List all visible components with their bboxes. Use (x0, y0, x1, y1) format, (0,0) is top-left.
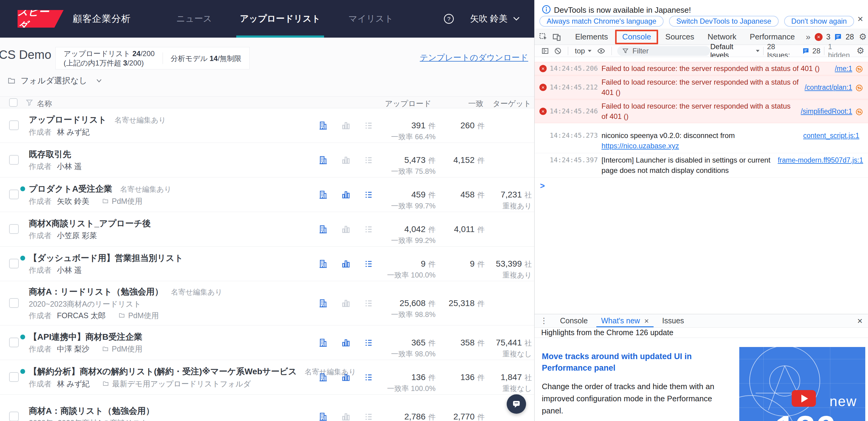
user-menu[interactable]: 矢吹 鈴美 (470, 13, 520, 25)
drawer-tab-whats-new[interactable]: What's new × (594, 314, 656, 327)
row-folder-chip[interactable]: 最新デモ用アップロードリストフォルダ (102, 377, 251, 389)
chart-analysis-icon[interactable] (341, 338, 350, 347)
folder-select[interactable]: フォルダ選択なし (7, 75, 102, 87)
column-header-upload[interactable]: アップロード (385, 99, 431, 109)
network-request-icon[interactable] (855, 84, 863, 92)
settings-gear-icon[interactable]: ⚙ (858, 32, 868, 41)
row-title[interactable]: アップロードリスト (29, 113, 106, 125)
table-row[interactable]: 商材A：リードリスト（勉強会用） 名寄せ編集あり 2020~2023商材Aのリー… (0, 281, 534, 326)
message-source-link[interactable]: /simplifiedRoot:1 (801, 106, 852, 116)
row-title[interactable]: 【解約分析】商材Xの解約リスト(解約・受注)※マーケ系Webサービス (29, 365, 297, 377)
message-count-icon[interactable] (834, 33, 842, 41)
list-view-icon[interactable] (364, 121, 373, 130)
table-row[interactable]: 商材A：商談リスト（勉強会用） 2020年~2023年商材Aの商談リスト 2,7… (0, 395, 534, 421)
console-filter-input[interactable]: Filter (617, 46, 710, 56)
message-source-link[interactable]: /contract/plan:1 (805, 82, 852, 92)
chart-analysis-icon[interactable] (341, 225, 350, 234)
list-view-icon[interactable] (364, 190, 373, 199)
row-checkbox[interactable] (9, 120, 19, 130)
network-request-icon[interactable] (855, 65, 863, 73)
chart-analysis-icon[interactable] (341, 259, 350, 269)
console-message[interactable]: × 14:24:45.212 Failed to load resource: … (534, 76, 868, 99)
list-view-icon[interactable] (364, 156, 373, 165)
device-toolbar-icon[interactable] (552, 32, 561, 41)
row-title[interactable]: 商材A：商談リスト（勉強会用） (29, 405, 154, 417)
row-folder-chip[interactable]: PdM使用 (118, 309, 159, 321)
company-analysis-icon[interactable] (319, 259, 328, 269)
console-message[interactable]: × 14:24:45.246 Failed to load resource: … (534, 100, 868, 123)
clear-console-icon[interactable] (554, 47, 562, 55)
table-row[interactable]: 【ダッシュボード用】営業担当別リスト 作成者 小林 遥 9件 一致率 10 (0, 247, 534, 281)
table-row[interactable]: アップロードリスト 名寄せ編集あり 作成者 林 みず紀 391件 一致率 6 (0, 108, 534, 143)
help-icon[interactable]: ? (443, 13, 454, 24)
message-source-link[interactable]: frame-modern.ff9507d7.js:1 (778, 155, 863, 165)
list-view-icon[interactable] (364, 299, 373, 308)
list-view-icon[interactable] (364, 259, 373, 269)
row-checkbox[interactable] (9, 259, 19, 269)
list-view-icon[interactable] (364, 338, 373, 347)
chart-analysis-icon[interactable] (341, 412, 350, 421)
chart-analysis-icon[interactable] (341, 373, 350, 382)
inspect-element-icon[interactable] (539, 32, 548, 41)
drawer-tab-issues[interactable]: Issues (655, 314, 690, 327)
table-row[interactable]: 【API連携中】商材B受注企業 作成者 中澤 梨沙 PdM使用 (0, 326, 534, 360)
template-download-link[interactable]: テンプレートのダウンロード (420, 52, 528, 63)
console-settings-gear-icon[interactable]: ⚙ (855, 47, 866, 55)
list-view-icon[interactable] (364, 225, 373, 234)
network-request-icon[interactable] (855, 108, 863, 116)
live-expression-eye-icon[interactable] (597, 47, 606, 55)
close-tab-icon[interactable]: × (644, 317, 649, 325)
close-drawer-icon[interactable]: × (857, 316, 863, 326)
chat-launcher-button[interactable] (507, 394, 526, 414)
chart-analysis-icon[interactable] (341, 190, 350, 199)
row-title[interactable]: 【ダッシュボード用】営業担当別リスト (29, 252, 183, 264)
company-analysis-icon[interactable] (319, 156, 328, 165)
row-checkbox[interactable] (9, 412, 19, 421)
company-analysis-icon[interactable] (319, 412, 328, 421)
row-checkbox[interactable] (9, 338, 19, 347)
nav-item-my-list[interactable]: マイリスト (348, 0, 393, 37)
company-analysis-icon[interactable] (319, 299, 328, 308)
column-header-name[interactable]: 名称 (37, 99, 52, 109)
drawer-tab-console[interactable]: Console (553, 314, 594, 327)
always-match-language-button[interactable]: Always match Chrome's language (539, 16, 663, 27)
console-prompt[interactable]: > (540, 181, 868, 191)
message-source-link[interactable]: /me:1 (835, 63, 852, 74)
chart-analysis-icon[interactable] (341, 299, 350, 308)
row-folder-chip[interactable]: PdM使用 (102, 343, 142, 355)
table-row[interactable]: プロダクトA受注企業 名寄せ編集あり 作成者 矢吹 鈴美 PdM使用 (0, 177, 534, 212)
javascript-context-select[interactable]: top (575, 47, 591, 55)
filter-icon[interactable] (26, 99, 33, 108)
error-count-icon[interactable]: × (815, 33, 823, 41)
tab-elements[interactable]: Elements (568, 29, 615, 45)
brand-logo[interactable]: スピーダ (18, 10, 64, 28)
row-checkbox[interactable] (9, 372, 19, 382)
drawer-more-options-icon[interactable]: ⋮ (540, 316, 548, 326)
console-sidebar-icon[interactable] (541, 47, 549, 55)
console-message[interactable]: 14:24:45.273 niconico speenya v0.2.0: di… (534, 129, 868, 153)
company-analysis-icon[interactable] (319, 338, 328, 347)
chart-analysis-icon[interactable] (341, 121, 350, 130)
message-source-link[interactable]: content_script.js:1 (803, 131, 859, 141)
tab-console[interactable]: Console (622, 32, 651, 41)
whats-new-article-link[interactable]: Move tracks around with updated UI in Pe… (542, 350, 733, 374)
select-all-checkbox[interactable] (9, 98, 18, 107)
list-view-icon[interactable] (364, 412, 373, 421)
table-row[interactable]: 【解約分析】商材Xの解約リスト(解約・受注)※マーケ系Webサービス 名寄せ編集… (0, 360, 534, 395)
chart-analysis-icon[interactable] (341, 156, 350, 165)
switch-to-japanese-button[interactable]: Switch DevTools to Japanese (669, 16, 779, 27)
whats-new-video-thumbnail[interactable]: new 126 (739, 347, 865, 421)
row-title[interactable]: 商材A：リードリスト（勉強会用） (29, 285, 163, 298)
dont-show-again-button[interactable]: Don't show again (784, 16, 854, 27)
console-message[interactable]: 14:24:45.397 [Intercom] Launcher is disa… (534, 153, 868, 178)
youtube-play-icon[interactable] (792, 390, 816, 407)
tab-sources[interactable]: Sources (659, 29, 701, 45)
column-header-target[interactable]: ターゲット (493, 99, 531, 109)
row-checkbox[interactable] (9, 298, 19, 308)
infobar-close-icon[interactable]: × (858, 14, 863, 24)
company-analysis-icon[interactable] (319, 121, 328, 130)
row-title[interactable]: プロダクトA受注企業 (29, 183, 112, 195)
more-tabs-icon[interactable]: » (801, 32, 815, 42)
list-view-icon[interactable] (364, 373, 373, 382)
row-title[interactable]: 【API連携中】商材B受注企業 (29, 331, 142, 343)
